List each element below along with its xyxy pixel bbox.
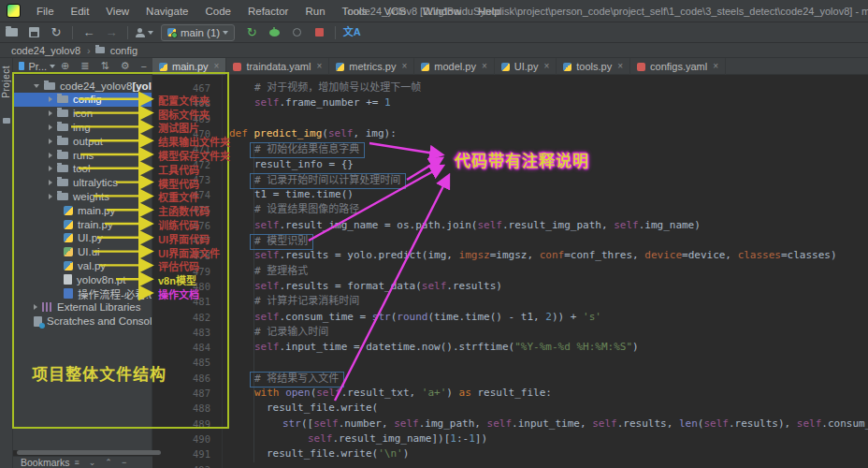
settings-gear-icon[interactable]: ⚙ [121, 60, 130, 72]
tree-row-code24_yolov8[interactable]: code24_yolov8 [yolov8]D:\ [13, 79, 152, 93]
tree-row-操作流程-必看.doc[interactable]: 操作流程-必看.doc [13, 286, 152, 300]
run-configuration-select[interactable]: main (1) [161, 24, 235, 41]
tree-row-train.py[interactable]: train.py [13, 217, 152, 231]
project-tool-window-button[interactable]: Project [1, 66, 11, 98]
tree-row-tool[interactable]: tool [13, 162, 152, 176]
menu-item-run[interactable]: Run [297, 0, 333, 22]
bookmarks-hide-icon[interactable]: − [122, 458, 126, 467]
tab-label: UI.py [514, 61, 539, 72]
translate-button[interactable]: 文A [341, 24, 362, 41]
back-button[interactable]: ← [79, 24, 99, 41]
editor-line: # 计算并记录消耗时间 [254, 295, 359, 308]
menu-item-view[interactable]: View [97, 0, 137, 22]
tree-chevron-icon[interactable] [49, 139, 52, 144]
user-profile-button[interactable] [134, 24, 154, 41]
sync-button[interactable]: ↻ [46, 24, 66, 41]
tab-tools.py[interactable]: tools.py× [557, 58, 630, 75]
tab-main.py[interactable]: main.py× [152, 58, 226, 75]
editor-line: self.consum_time = str(round(time.time()… [254, 311, 601, 324]
tab-metrics.py[interactable]: metrics.py× [329, 58, 414, 75]
editor-line: result_info = {} [254, 158, 354, 171]
collapse-all-button[interactable]: ≣ [80, 60, 89, 72]
tree-chevron-icon[interactable] [34, 84, 39, 88]
tree-item-label: Scratches and Consoles [47, 315, 152, 327]
tree-row-Scratches and Consoles[interactable]: Scratches and Consoles [13, 314, 152, 329]
tab-model.py[interactable]: model.py× [414, 58, 494, 75]
breadcrumb-project[interactable]: code24_yolov8 [9, 45, 82, 56]
rerun-button[interactable]: ↻ [241, 24, 262, 41]
tree-row-main.py[interactable]: main.py [13, 203, 152, 217]
project-tree[interactable]: code24_yolov8 [yolov8]D:\configiconimgou… [13, 75, 152, 450]
tree-row-val.py[interactable]: val.py [13, 258, 152, 272]
tree-chevron-icon[interactable] [49, 194, 52, 199]
bookmarks-menu-icon[interactable]: ≡ [75, 458, 80, 467]
close-tab-icon[interactable]: × [617, 62, 623, 71]
menu-item-file[interactable]: File [28, 0, 63, 22]
tree-chevron-icon[interactable] [49, 124, 52, 130]
sort-button[interactable]: ⇅ [100, 60, 108, 72]
menu-item-code[interactable]: Code [196, 0, 239, 22]
save-all-button[interactable] [23, 24, 44, 41]
tree-row-icon[interactable]: icon [13, 107, 152, 121]
tab-UI.py[interactable]: UI.py× [495, 58, 557, 75]
menu-item-edit[interactable]: Edit [63, 0, 98, 22]
close-tab-icon[interactable]: × [401, 62, 407, 71]
tree-row-runs[interactable]: runs [13, 148, 152, 162]
file-annotation-label: 训练代码 [158, 217, 199, 232]
tree-row-img[interactable]: img [13, 120, 152, 134]
tree-chevron-icon[interactable] [49, 180, 52, 185]
menu-item-refactor[interactable]: Refactor [239, 0, 297, 22]
tree-chevron-icon[interactable] [34, 304, 37, 310]
tree-item-label: 操作流程-必看.doc [78, 286, 152, 301]
code-editor[interactable]: 467# 对于视频，增加帧号以处理下一帧468self.frame_number… [152, 75, 868, 468]
menu-item-navigate[interactable]: Navigate [137, 0, 196, 22]
project-view-select[interactable]: Pr... [28, 61, 47, 72]
open-folder-button[interactable] [1, 24, 22, 41]
save-icon [29, 27, 39, 37]
tab-configs.yaml[interactable]: configs.yaml× [630, 58, 726, 75]
tree-chevron-icon[interactable] [49, 166, 52, 171]
forward-button[interactable]: → [101, 24, 122, 41]
tree-row-UI.py[interactable]: UI.py [13, 231, 152, 245]
close-tab-icon[interactable]: × [543, 62, 549, 71]
editor-line: str([self.number, self.img_path, self.in… [282, 417, 868, 431]
tree-row-yolov8n.pt[interactable]: yolov8n.pt [13, 272, 152, 286]
tree-item-label: img [73, 122, 91, 133]
tab-traindata.yaml[interactable]: traindata.yaml× [226, 58, 329, 75]
tree-chevron-icon[interactable] [49, 110, 52, 116]
py-file-icon [421, 63, 429, 71]
tree-row-config[interactable]: config [13, 93, 152, 107]
tree-item-label: code24_yolov8 [60, 80, 132, 92]
editor-line: self.result_img_name = os.path.join(self… [254, 219, 701, 232]
locate-file-button[interactable]: ⊕ [61, 60, 69, 72]
breadcrumb-folder[interactable]: config [108, 45, 139, 56]
close-tab-icon[interactable]: × [482, 62, 487, 71]
stop-icon [315, 28, 324, 37]
project-horizontal-scrollbar[interactable] [17, 450, 161, 455]
toolbar-separator [72, 26, 73, 39]
tree-row-UI.ui[interactable]: UI.ui [13, 245, 152, 259]
tree-row-ultralytics[interactable]: ultralytics [13, 176, 152, 190]
close-tab-icon[interactable]: × [214, 62, 220, 71]
tree-chevron-icon[interactable] [49, 96, 52, 102]
scratch-icon [34, 316, 42, 327]
hide-panel-button[interactable]: − [141, 61, 147, 72]
folder-icon [57, 138, 68, 145]
py-file-icon [501, 63, 510, 71]
profile-button[interactable] [286, 24, 307, 41]
forward-arrow-icon: → [106, 25, 118, 39]
bookmarks-collapse-icon[interactable]: ⌃ [105, 458, 112, 467]
file-annotation-label: 配置文件夹 [158, 93, 210, 108]
tree-item-label: runs [73, 150, 94, 161]
stop-button[interactable] [309, 24, 329, 41]
tree-row-External Libraries[interactable]: External Libraries [13, 300, 152, 314]
tree-chevron-icon[interactable] [49, 153, 52, 158]
bookmarks-label[interactable]: Bookmarks [21, 457, 70, 468]
tree-row-output[interactable]: output [13, 134, 152, 148]
tree-row-weights[interactable]: weights [13, 189, 152, 203]
close-tab-icon[interactable]: × [316, 62, 322, 71]
tree-item-label: ultralytics [73, 177, 118, 188]
debug-button[interactable] [264, 24, 284, 41]
bookmarks-expand-icon[interactable]: ⌄ [89, 458, 96, 467]
close-tab-icon[interactable]: × [713, 62, 718, 71]
